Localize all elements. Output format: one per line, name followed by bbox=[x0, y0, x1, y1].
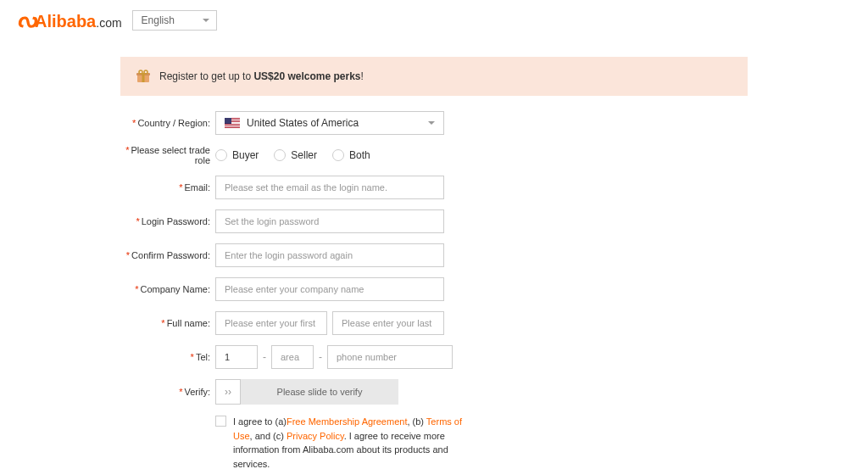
radio-both[interactable]: Both bbox=[332, 149, 370, 161]
tel-separator: - bbox=[319, 351, 322, 363]
alibaba-logo[interactable]: ᔓ Alibaba .com bbox=[17, 7, 122, 33]
agreement-text: I agree to (a)Free Membership Agreement,… bbox=[233, 415, 470, 469]
tel-phone-input[interactable] bbox=[327, 345, 453, 369]
slider-track-text: Please slide to verify bbox=[241, 379, 398, 405]
radio-icon bbox=[274, 149, 286, 161]
email-input[interactable] bbox=[215, 176, 444, 199]
country-label: *Country / Region: bbox=[120, 118, 215, 128]
country-select[interactable]: United States of America bbox=[215, 111, 444, 135]
full-name-label: *Full name: bbox=[120, 318, 215, 328]
svg-rect-2 bbox=[142, 73, 145, 82]
privacy-policy-link[interactable]: Privacy Policy bbox=[287, 431, 344, 441]
logo-suffix: .com bbox=[96, 16, 121, 30]
trade-role-label: *Please select trade role bbox=[120, 145, 215, 165]
promo-text: Register to get up to US$20 welcome perk… bbox=[159, 70, 364, 82]
company-input[interactable] bbox=[215, 277, 444, 301]
header: ᔓ Alibaba .com English bbox=[0, 0, 868, 40]
email-label: *Email: bbox=[120, 182, 215, 193]
radio-icon bbox=[332, 149, 344, 161]
logo-mark-icon: ᔓ bbox=[17, 7, 35, 33]
verify-label: *Verify: bbox=[120, 387, 215, 397]
tel-country-code-input[interactable] bbox=[215, 345, 258, 369]
password-input[interactable] bbox=[215, 209, 444, 233]
flag-us-icon bbox=[225, 118, 240, 128]
last-name-input[interactable] bbox=[332, 311, 444, 335]
confirm-password-label: *Confirm Password: bbox=[120, 250, 215, 260]
svg-point-3 bbox=[139, 70, 142, 74]
company-label: *Company Name: bbox=[120, 284, 215, 294]
verify-slider[interactable]: ›› Please slide to verify bbox=[215, 379, 398, 405]
radio-seller[interactable]: Seller bbox=[274, 149, 317, 161]
logo-text: Alibaba bbox=[35, 12, 96, 31]
slider-handle-icon[interactable]: ›› bbox=[215, 379, 241, 405]
password-label: *Login Password: bbox=[120, 216, 215, 226]
radio-buyer[interactable]: Buyer bbox=[215, 149, 259, 161]
first-name-input[interactable] bbox=[215, 311, 327, 335]
promo-banner: Register to get up to US$20 welcome perk… bbox=[120, 57, 748, 96]
language-select[interactable]: English bbox=[132, 10, 217, 31]
agreement-checkbox[interactable] bbox=[215, 416, 226, 427]
tel-area-input[interactable] bbox=[271, 345, 314, 369]
free-membership-link[interactable]: Free Membership Agreement bbox=[287, 416, 407, 427]
tel-separator: - bbox=[263, 351, 266, 363]
confirm-password-input[interactable] bbox=[215, 243, 444, 267]
svg-point-4 bbox=[144, 70, 147, 74]
tel-label: *Tel: bbox=[120, 352, 215, 362]
country-value: United States of America bbox=[247, 117, 359, 129]
language-value: English bbox=[142, 14, 175, 26]
radio-icon bbox=[215, 149, 227, 161]
registration-form: Register to get up to US$20 welcome perk… bbox=[120, 57, 748, 469]
gift-icon bbox=[136, 69, 151, 84]
